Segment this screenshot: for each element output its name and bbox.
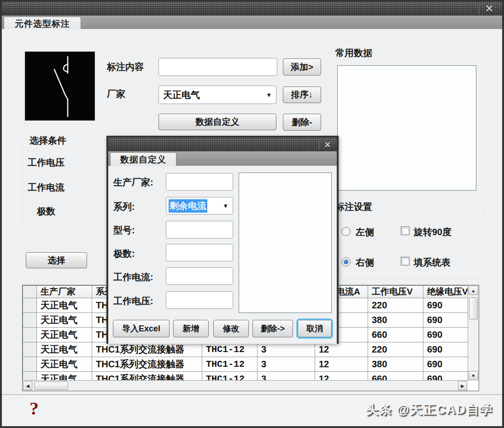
table-cell[interactable]: 天正电气 [37, 357, 92, 372]
table-row[interactable]: 天正电气THC1系列交流接触器THC1-12312220690 [23, 342, 468, 357]
row-selector-cell[interactable] [23, 372, 37, 381]
close-icon: ✕ [485, 3, 493, 15]
select-button[interactable]: 选择 [26, 252, 87, 268]
field-manufacturer-input[interactable] [166, 173, 233, 191]
table-cell[interactable]: 12 [315, 357, 368, 372]
h-scrollbar[interactable]: ◀ ▶ [23, 380, 468, 391]
tab-data-customize[interactable]: 数据自定义 [110, 152, 176, 166]
manufacturer-combobox[interactable]: 天正电气 ▼ [158, 86, 276, 104]
table-row[interactable]: 天正电气THC1系列交流接触器THC1-12312380690 [23, 357, 468, 372]
main-titlebar[interactable]: ✕ [2, 2, 502, 16]
field-current-input[interactable] [166, 267, 233, 285]
table-cell[interactable]: 天正电气 [37, 342, 92, 357]
scroll-left-button[interactable]: ◀ [23, 381, 32, 390]
h-scroll-thumb[interactable] [34, 382, 68, 390]
scroll-down-button[interactable]: ▼ [469, 371, 478, 380]
table-cell[interactable]: 3 [258, 357, 315, 372]
table-cell[interactable]: THC1-12 [202, 372, 258, 381]
import-excel-button[interactable]: 导入Excel [113, 320, 170, 337]
chevron-down-icon[interactable]: ▼ [223, 202, 229, 209]
settings-title: 标注设置 [334, 201, 374, 213]
modal-data-listbox[interactable] [239, 173, 332, 313]
main-close-button[interactable]: ✕ [480, 2, 498, 16]
column-header[interactable]: 工作电压V [368, 286, 423, 298]
table-cell[interactable]: 220 [368, 298, 423, 313]
field-series-combobox[interactable]: 剩余电流 ▼ [166, 197, 233, 214]
scroll-right-icon: ▶ [461, 383, 464, 388]
radio-right-label: 右侧 [356, 256, 374, 269]
column-header[interactable]: 绝缘电压V [423, 286, 468, 298]
cancel-button[interactable]: 取消 [298, 320, 332, 337]
scroll-up-button[interactable]: ▲ [469, 286, 478, 295]
row-selector-header[interactable] [23, 286, 37, 298]
filter-item-poles: 极数 [37, 205, 55, 218]
table-cell[interactable]: 3 [258, 372, 315, 381]
table-cell[interactable]: THC1系列交流接触器 [92, 342, 202, 357]
modal-tab-label: 数据自定义 [120, 154, 166, 166]
table-cell[interactable]: 天正电气 [37, 372, 92, 381]
table-cell[interactable]: 690 [423, 372, 468, 381]
add-new-button[interactable]: 新增 [173, 320, 209, 337]
modal-body: 生产厂家: 系列: 剩余电流 ▼ 型号: 极数: 工作电流: 工作电压: 导入E… [108, 166, 337, 344]
field-voltage-input[interactable] [166, 291, 233, 309]
row-selector-cell[interactable] [23, 357, 37, 372]
annotation-content-input[interactable] [158, 58, 277, 76]
common-data-title: 常用数据 [334, 47, 374, 59]
table-cell[interactable]: 天正电气 [37, 313, 92, 328]
column-header[interactable]: 生产厂家 [37, 286, 92, 298]
row-selector-cell[interactable] [23, 313, 37, 328]
checkbox-fill-system-table[interactable] [401, 257, 410, 266]
table-cell[interactable]: 690 [423, 298, 468, 313]
chevron-down-icon[interactable]: ▼ [266, 92, 272, 98]
table-cell[interactable]: THC1-12 [202, 342, 258, 357]
checkbox-rotate90[interactable] [401, 226, 410, 235]
field-series-label: 系列: [113, 201, 135, 213]
scroll-right-button[interactable]: ▶ [458, 381, 467, 390]
field-poles-label: 极数: [113, 248, 135, 260]
help-button[interactable]: ? [29, 398, 39, 419]
select-button-label: 选择 [48, 254, 65, 266]
modal-close-button[interactable]: ✕ [320, 138, 335, 151]
modal-titlebar[interactable]: ✕ [108, 138, 337, 151]
field-model-input[interactable] [166, 221, 233, 238]
table-cell[interactable]: 660 [368, 372, 423, 381]
table-cell[interactable]: THC1系列交流接触器 [92, 372, 202, 381]
table-cell[interactable]: 380 [368, 313, 423, 328]
modify-button[interactable]: 修改 [213, 320, 249, 337]
table-cell[interactable]: 660 [368, 328, 423, 342]
modify-label: 修改 [223, 323, 240, 334]
table-cell[interactable]: 380 [368, 357, 423, 372]
table-cell[interactable]: 690 [423, 357, 468, 372]
row-selector-cell[interactable] [23, 298, 37, 313]
radio-left-side[interactable] [341, 227, 351, 236]
row-selector-cell[interactable] [23, 342, 37, 357]
modal-tabstrip: 数据自定义 [108, 151, 337, 166]
table-row[interactable]: 天正电气THC1系列交流接触器THC1-12312660690 [23, 372, 468, 381]
data-customize-button[interactable]: 数据自定义 [158, 114, 276, 130]
add-button[interactable]: 添加> [283, 58, 321, 75]
common-data-listbox[interactable] [337, 65, 476, 191]
table-cell[interactable]: 12 [315, 342, 368, 357]
table-cell[interactable]: 3 [258, 342, 315, 357]
tab-component-annotation[interactable]: 元件选型标注 [4, 17, 81, 30]
table-cell[interactable]: 天正电气 [37, 328, 92, 342]
v-scrollbar[interactable]: ▲ ▼ [468, 285, 479, 381]
table-cell[interactable]: 690 [423, 342, 468, 357]
field-poles-input[interactable] [166, 244, 233, 261]
table-cell[interactable]: THC1-12 [202, 357, 258, 372]
modal-titlebar-separator [318, 139, 319, 150]
table-cell[interactable]: THC1系列交流接触器 [92, 357, 202, 372]
table-cell[interactable]: 690 [423, 313, 468, 328]
delete-button[interactable]: 删除- [283, 114, 321, 131]
radio-right-side[interactable] [341, 257, 351, 266]
table-cell[interactable]: 12 [315, 372, 368, 381]
table-cell[interactable]: 690 [423, 328, 468, 342]
settings-group [330, 207, 485, 279]
table-cell[interactable]: 220 [368, 342, 423, 357]
sort-button[interactable]: 排序↓ [283, 87, 321, 103]
field-model-label: 型号: [113, 224, 135, 237]
v-scroll-thumb[interactable] [469, 297, 478, 319]
table-cell[interactable]: 天正电气 [37, 298, 92, 313]
row-selector-cell[interactable] [23, 328, 37, 342]
modal-delete-button[interactable]: 删除-> [252, 320, 293, 337]
